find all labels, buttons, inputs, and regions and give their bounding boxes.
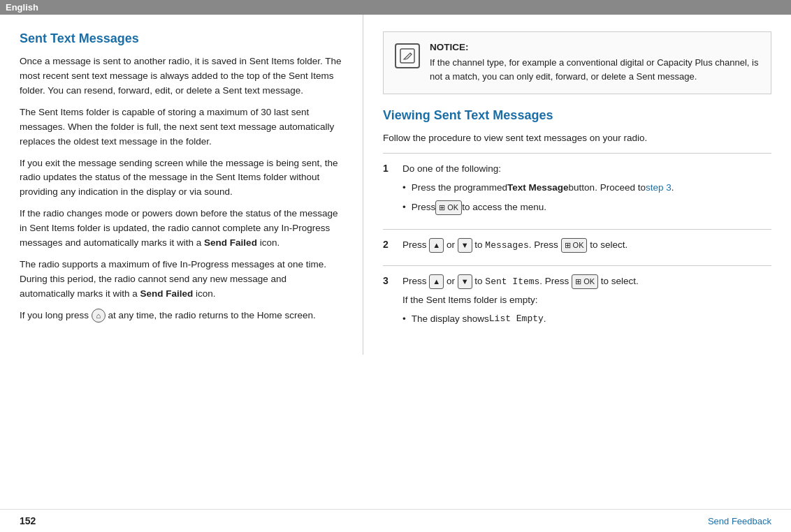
ok-btn-icon-2: ⊞ OK	[561, 238, 588, 253]
step3-bullet-1: The display shows List Empty.	[402, 312, 771, 326]
language-label: English	[6, 2, 38, 13]
step-content-2: Press ▲ or ▼ to Messages. Press ⊞ OK to …	[402, 238, 771, 257]
sent-text-messages-title: Sent Text Messages	[20, 31, 343, 46]
step-num-3: 3	[383, 274, 402, 286]
messages-mono: Messages	[485, 240, 528, 251]
text-message-bold: Text Message	[507, 181, 569, 195]
notice-box: NOTICE: If the channel type, for example…	[383, 31, 771, 94]
arrow-up-btn-2: ▲	[429, 238, 444, 253]
send-feedback-link[interactable]: Send Feedback	[708, 516, 771, 526]
para-6: If you long press ⌂ at any time, the rad…	[20, 309, 343, 323]
step1-bullets: Press the programmed Text Message button…	[402, 181, 771, 215]
step-num-1: 1	[383, 162, 402, 174]
arrow-down-btn-2: ▼	[458, 238, 472, 253]
send-failed-bold-2: Send Failed	[140, 288, 194, 299]
list-empty-mono: List Empty	[489, 312, 544, 326]
notice-icon	[395, 43, 420, 68]
para-5: The radio supports a maximum of five In-…	[20, 258, 343, 302]
step1-bullet-1: Press the programmed Text Message button…	[402, 181, 771, 195]
long-press-btn-icon: ⌂	[92, 309, 106, 323]
step-num-2: 2	[383, 238, 402, 250]
arrow-down-btn-3: ▼	[458, 274, 472, 289]
step3-link[interactable]: step 3	[646, 181, 672, 195]
footer: 152 Send Feedback	[0, 509, 791, 532]
main-layout: Sent Text Messages Once a message is sen…	[0, 15, 791, 355]
notice-label: NOTICE:	[430, 42, 760, 52]
ok-btn-icon-1: ⊞ OK	[435, 200, 462, 215]
notice-text: If the channel type, for example a conve…	[430, 56, 760, 84]
step-row-1: 1 Do one of the following: Press the pro…	[383, 153, 771, 229]
step-row-2: 2 Press ▲ or ▼ to Messages. Press ⊞ OK t…	[383, 229, 771, 265]
para-4: If the radio changes mode or powers down…	[20, 207, 343, 251]
left-column: Sent Text Messages Once a message is sen…	[0, 15, 363, 355]
step-content-1: Do one of the following: Press the progr…	[402, 162, 771, 221]
sent-items-mono: Sent Items	[485, 276, 539, 287]
step3-empty-label: If the Sent Items folder is empty:	[402, 293, 771, 308]
right-column: NOTICE: If the channel type, for example…	[363, 15, 791, 355]
page-number: 152	[20, 515, 36, 526]
step1-intro: Do one of the following:	[402, 162, 771, 177]
step3-bullets: The display shows List Empty.	[402, 312, 771, 326]
step-row-3: 3 Press ▲ or ▼ to Sent Items. Press ⊞ OK…	[383, 265, 771, 340]
step-content-3: Press ▲ or ▼ to Sent Items. Press ⊞ OK t…	[402, 274, 771, 332]
viewing-title: Viewing Sent Text Messages	[383, 108, 771, 123]
step2-text: Press ▲ or ▼ to Messages. Press ⊞ OK to …	[402, 238, 771, 253]
send-failed-bold-1: Send Failed	[204, 237, 257, 248]
step3-text: Press ▲ or ▼ to Sent Items. Press ⊞ OK t…	[402, 274, 771, 289]
language-bar: English	[0, 0, 791, 15]
para-2: The Sent Items folder is capable of stor…	[20, 105, 343, 149]
para-3: If you exit the message sending screen w…	[20, 156, 343, 200]
para-1: Once a message is sent to another radio,…	[20, 54, 343, 98]
step1-bullet-2: Press ⊞ OK to access the menu.	[402, 200, 771, 215]
steps-container: 1 Do one of the following: Press the pro…	[383, 153, 771, 340]
notice-content: NOTICE: If the channel type, for example…	[430, 42, 760, 84]
ok-btn-icon-3: ⊞ OK	[572, 274, 598, 289]
arrow-up-btn-3: ▲	[429, 274, 444, 289]
viewing-intro: Follow the procedure to view sent text m…	[383, 131, 771, 146]
